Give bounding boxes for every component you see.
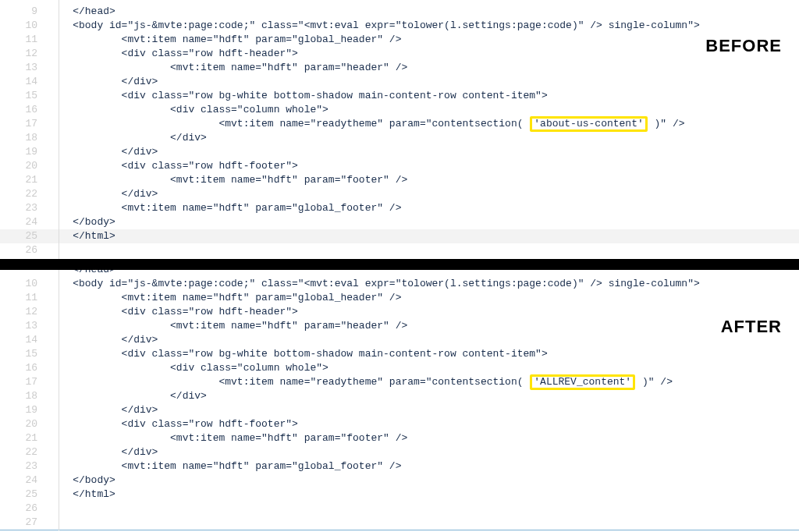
line-number: 14: [0, 75, 48, 89]
code-line: 17 <mvt:item name="readytheme" param="co…: [0, 117, 799, 131]
code-text: <div class="column whole">: [48, 103, 328, 117]
code-line: 11 <mvt:item name="hdft" param="global_h…: [0, 33, 799, 47]
code-text: </div>: [48, 145, 158, 159]
code-text: <div class="row hdft-header">: [48, 47, 298, 61]
code-text: </div>: [48, 187, 158, 201]
line-number: 23: [0, 201, 48, 215]
code-text: </div>: [48, 403, 158, 417]
line-number: 16: [0, 103, 48, 117]
code-line: 22 </div>: [0, 445, 799, 459]
line-number: 18: [0, 131, 48, 145]
code-text: <div class="row hdft-footer">: [48, 417, 298, 431]
line-number: 22: [0, 187, 48, 201]
code-text: </div>: [48, 333, 158, 347]
code-line: 25 </html>: [0, 488, 799, 502]
code-line: 13 <mvt:item name="hdft" param="header" …: [0, 61, 799, 75]
code-line: 12 <div class="row hdft-header">: [0, 305, 799, 319]
line-number: 12: [0, 47, 48, 61]
code-line: 27: [0, 516, 799, 530]
code-text: <mvt:item name="hdft" param="global_foot…: [48, 459, 401, 473]
editor-bottom-border: [0, 530, 799, 530]
code-line: 17 <mvt:item name="readytheme" param="co…: [0, 375, 799, 389]
code-line: 19 </div>: [0, 145, 799, 159]
code-line: 21 <mvt:item name="hdft" param="footer" …: [0, 173, 799, 187]
code-line: 16 <div class="column whole">: [0, 103, 799, 117]
line-number: 10: [0, 19, 48, 33]
code-text: <div class="row hdft-footer">: [48, 159, 298, 173]
line-number: 19: [0, 145, 48, 159]
code-line: 11 <mvt:item name="hdft" param="global_h…: [0, 291, 799, 305]
line-number: 23: [0, 459, 48, 473]
gutter-rule: [59, 0, 59, 259]
line-number: 17: [0, 375, 48, 389]
code-text: <div class="row bg-white bottom-shadow m…: [48, 347, 548, 361]
line-number: 9: [0, 5, 48, 19]
code-text: </div>: [48, 131, 207, 145]
code-text: <mvt:item name="hdft" param="global_foot…: [48, 201, 401, 215]
code-text: <mvt:item name="readytheme" param="conte…: [48, 116, 685, 132]
line-number: 22: [0, 445, 48, 459]
line-number: 20: [0, 417, 48, 431]
code-line: 13 <mvt:item name="hdft" param="header" …: [0, 319, 799, 333]
code-text: </div>: [48, 75, 158, 89]
code-text: <mvt:item name="readytheme" param="conte…: [48, 374, 673, 390]
code-line: 10 <body id="js-&mvte:page:code;" class=…: [0, 19, 799, 33]
code-line: 19 </div>: [0, 403, 799, 417]
code-line: 14 </div>: [0, 333, 799, 347]
code-line: </head>: [0, 270, 799, 277]
line-number: 11: [0, 291, 48, 305]
gutter-rule: [59, 270, 59, 530]
highlighted-token: 'about-us-content': [530, 116, 647, 132]
line-number: 15: [0, 89, 48, 103]
code-line: 24 </body>: [0, 473, 799, 488]
line-number: 16: [0, 361, 48, 375]
code-line: 20 <div class="row hdft-footer">: [0, 417, 799, 431]
line-number: 24: [0, 473, 48, 488]
line-number: 17: [0, 117, 48, 131]
code-line: 21 <mvt:item name="hdft" param="footer" …: [0, 431, 799, 445]
code-text: <mvt:item name="hdft" param="footer" />: [48, 431, 407, 445]
code-line: 14 </div>: [0, 75, 799, 89]
line-number: 26: [0, 243, 48, 257]
code-text: <mvt:item name="hdft" param="global_head…: [48, 33, 401, 47]
code-line: 26: [0, 502, 799, 516]
code-text: <div class="column whole">: [48, 361, 328, 375]
code-line: 9 </head>: [0, 5, 799, 19]
line-number: 13: [0, 61, 48, 75]
code-text: <mvt:item name="hdft" param="header" />: [48, 61, 407, 75]
code-line: 23 <mvt:item name="hdft" param="global_f…: [0, 459, 799, 473]
code-text: <mvt:item name="hdft" param="footer" />: [48, 173, 407, 187]
label-after: AFTER: [721, 317, 782, 337]
code-line: 24 </body>: [0, 215, 799, 229]
code-editor-after: AFTER </head>10 <body id="js-&mvte:page:…: [0, 270, 799, 530]
label-before: BEFORE: [705, 36, 782, 56]
code-text: <div class="row hdft-header">: [48, 305, 298, 319]
code-line: 18 </div>: [0, 131, 799, 145]
line-number: 27: [0, 516, 48, 530]
code-line: 26: [0, 243, 799, 257]
code-text: <body id="js-&mvte:page:code;" class="<m…: [48, 277, 700, 291]
line-number: 21: [0, 431, 48, 445]
line-number: 10: [0, 277, 48, 291]
line-number: 24: [0, 215, 48, 229]
line-number: 26: [0, 502, 48, 516]
code-text: <mvt:item name="hdft" param="global_head…: [48, 291, 401, 305]
highlighted-token: 'ALLREV_content': [530, 374, 635, 390]
line-number: 25: [0, 488, 48, 502]
code-line: 20 <div class="row hdft-footer">: [0, 159, 799, 173]
line-number: 15: [0, 347, 48, 361]
line-number: 14: [0, 333, 48, 347]
line-number: 20: [0, 159, 48, 173]
line-number: 21: [0, 173, 48, 187]
code-text: <mvt:item name="hdft" param="header" />: [48, 319, 407, 333]
code-line: 16 <div class="column whole">: [0, 361, 799, 375]
section-divider: [0, 259, 799, 270]
code-line: 25 </html>: [0, 229, 799, 243]
code-line: 18 </div>: [0, 389, 799, 403]
code-line: 10 <body id="js-&mvte:page:code;" class=…: [0, 277, 799, 291]
line-number: 11: [0, 33, 48, 47]
line-number: 18: [0, 389, 48, 403]
code-text: <body id="js-&mvte:page:code;" class="<m…: [48, 19, 700, 33]
line-number: 19: [0, 403, 48, 417]
code-text: <div class="row bg-white bottom-shadow m…: [48, 89, 548, 103]
